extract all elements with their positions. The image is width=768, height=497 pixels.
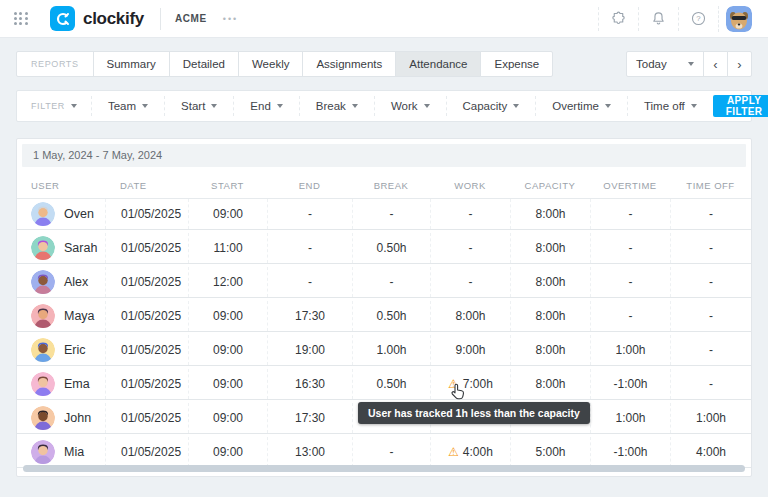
cell-time_off: - (670, 199, 751, 229)
table-row[interactable]: Ema01/05/202509:0016:300.50h⚠7:00h8:00h-… (17, 369, 751, 400)
column-header-overtime: OVERTIME (590, 180, 670, 191)
cell-end: - (267, 267, 352, 297)
cell-work: - (430, 233, 510, 263)
cell-break: 0.50h (352, 369, 430, 399)
filter-capacity[interactable]: Capacity (446, 96, 536, 116)
user-cell: Mia (17, 437, 105, 467)
user-avatar (31, 372, 55, 396)
table-row[interactable]: Sarah01/05/202511:00-0.50h-8:00h-- (17, 233, 751, 264)
cell-date: 01/05/2025 (105, 199, 188, 229)
cell-capacity: 8:00h (510, 335, 590, 365)
table-row[interactable]: Oven01/05/202509:00---8:00h-- (17, 199, 751, 230)
user-avatar (31, 270, 55, 294)
filter-time-off[interactable]: Time off (627, 96, 713, 116)
cell-overtime: - (590, 267, 670, 297)
cell-end: - (267, 233, 352, 263)
cell-break: 0.50h (352, 301, 430, 331)
cell-end: 17:30 (267, 301, 352, 331)
tab-assignments[interactable]: Assignments (302, 51, 396, 77)
cell-work: 9:00h (430, 335, 510, 365)
horizontal-scrollbar[interactable] (23, 465, 745, 472)
filter-bar: FILTER TeamStartEndBreakWorkCapacityOver… (16, 90, 752, 122)
user-name: Mia (64, 445, 84, 459)
cell-start: 12:00 (188, 267, 267, 297)
column-header-break: BREAK (352, 180, 430, 191)
integrations-puzzle-icon[interactable] (598, 7, 638, 31)
tab-summary[interactable]: Summary (93, 51, 170, 77)
column-header-time-off: TIME OFF (670, 180, 751, 191)
column-header-date: DATE (105, 180, 188, 191)
column-header-capacity: CAPACITY (510, 180, 590, 191)
warning-icon[interactable]: ⚠ (448, 446, 459, 458)
user-avatar (31, 236, 55, 260)
cell-overtime: -1:00h (590, 437, 670, 467)
chevron-down-icon (688, 62, 694, 66)
cell-capacity: 8:00h (510, 369, 590, 399)
user-cell: Maya (17, 301, 105, 331)
user-avatar[interactable] (718, 6, 758, 32)
user-name: John (64, 411, 91, 425)
column-header-work: WORK (430, 180, 510, 191)
app-wordmark: clockify (83, 9, 144, 29)
filter-team[interactable]: Team (91, 96, 164, 116)
cell-time_off: 4:00h (670, 437, 751, 467)
workspace-name[interactable]: ACME (175, 13, 207, 24)
cell-work: 8:00h (430, 301, 510, 331)
apply-filter-button[interactable]: APPLY FILTER (713, 95, 768, 117)
help-icon[interactable]: ? (678, 7, 718, 31)
next-period-button[interactable]: › (727, 51, 752, 77)
tab-attendance[interactable]: Attendance (395, 51, 481, 77)
cell-date: 01/05/2025 (105, 301, 188, 331)
date-range-label: 1 May, 2024 - 7 May, 2024 (22, 144, 746, 167)
table-row[interactable]: Eric01/05/202509:0019:001.00h9:00h8:00h1… (17, 335, 751, 366)
cell-time_off: - (670, 335, 751, 365)
cell-date: 01/05/2025 (105, 335, 188, 365)
chevron-down-icon (277, 104, 283, 108)
filter-overtime[interactable]: Overtime (535, 96, 627, 116)
workspace-menu-icon[interactable]: ••• (223, 14, 238, 24)
cell-break: - (352, 199, 430, 229)
date-range-dropdown[interactable]: Today (626, 51, 704, 77)
cell-capacity: 8:00h (510, 267, 590, 297)
cell-break: - (352, 267, 430, 297)
previous-period-button[interactable]: ‹ (703, 51, 728, 77)
cell-end: 16:30 (267, 369, 352, 399)
user-name: Ema (64, 377, 90, 391)
cell-date: 01/05/2025 (105, 403, 188, 433)
filter-end[interactable]: End (233, 96, 298, 116)
filter-break[interactable]: Break (299, 96, 374, 116)
user-name: Sarah (64, 241, 97, 255)
cell-capacity: 8:00h (510, 301, 590, 331)
cell-start: 09:00 (188, 369, 267, 399)
tab-weekly[interactable]: Weekly (238, 51, 304, 77)
table-row[interactable]: Alex01/05/202512:00---8:00h-- (17, 267, 751, 298)
hand-cursor-icon (450, 383, 465, 400)
date-range-dropdown-label: Today (636, 58, 667, 70)
user-cell: Sarah (17, 233, 105, 263)
chevron-down-icon (691, 104, 697, 108)
cell-time_off: - (670, 233, 751, 263)
table-header-row: USERDATESTARTENDBREAKWORKCAPACITYOVERTIM… (17, 172, 751, 199)
user-cell: Eric (17, 335, 105, 365)
cell-work: - (430, 199, 510, 229)
filter-label: FILTER (17, 96, 91, 116)
chevron-down-icon (352, 104, 358, 108)
cell-overtime: - (590, 233, 670, 263)
cell-end: 17:30 (267, 403, 352, 433)
table-row[interactable]: Mia01/05/202509:0013:00-⚠4:00h5:00h-1:00… (17, 437, 751, 468)
table-row[interactable]: Maya01/05/202509:0017:300.50h8:00h8:00h-… (17, 301, 751, 332)
chevron-down-icon (605, 104, 611, 108)
filter-start[interactable]: Start (164, 96, 233, 116)
notifications-bell-icon[interactable] (638, 7, 678, 31)
apps-grid-icon[interactable] (14, 12, 28, 26)
tab-detailed[interactable]: Detailed (169, 51, 239, 77)
cell-break: - (352, 437, 430, 467)
cell-work: ⚠4:00h (430, 437, 510, 467)
user-avatar (31, 202, 55, 226)
clockify-logo-icon[interactable] (50, 6, 75, 31)
cell-break: 1.00h (352, 335, 430, 365)
column-header-user: USER (17, 180, 105, 191)
filter-work[interactable]: Work (374, 96, 446, 116)
tab-expense[interactable]: Expense (480, 51, 553, 77)
cell-date: 01/05/2025 (105, 233, 188, 263)
